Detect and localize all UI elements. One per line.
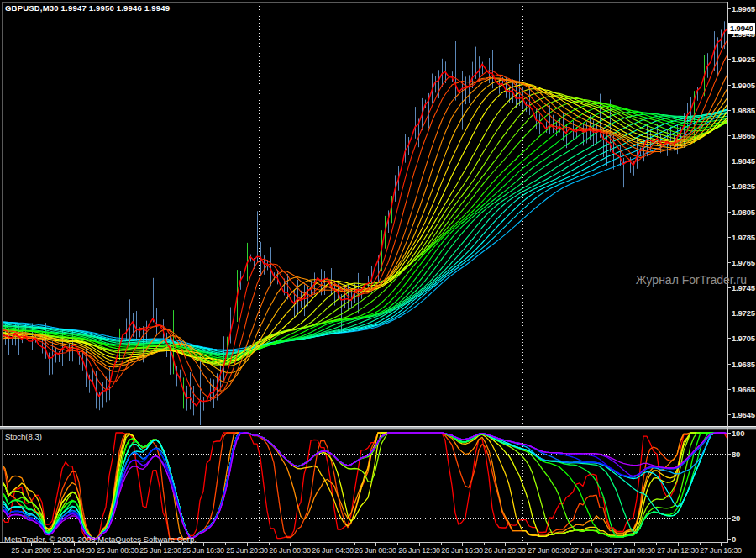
current-price-value: 1.9949 [730, 24, 753, 33]
stoch-plot[interactable] [2, 433, 727, 539]
main-chart-plot[interactable] [2, 16, 728, 432]
indicator-label: Stoch(8,3) [5, 432, 42, 441]
ma-rainbow-ribbon [2, 29, 727, 406]
stoch-line [2, 433, 727, 539]
candles [3, 16, 728, 432]
current-price-box: 1.9949 [728, 23, 755, 34]
watermark: Журнал ForTrader.ru [636, 273, 747, 287]
copyright-label: MetaTrader, © 2001-2008 MetaQuotes Softw… [4, 534, 197, 544]
mt4-chart-window: GBPUSD,M30 1.9947 1.9950 1.9946 1.9949 S… [0, 0, 756, 558]
symbol-ohlc-label: GBPUSD,M30 1.9947 1.9950 1.9946 1.9949 [5, 3, 170, 13]
